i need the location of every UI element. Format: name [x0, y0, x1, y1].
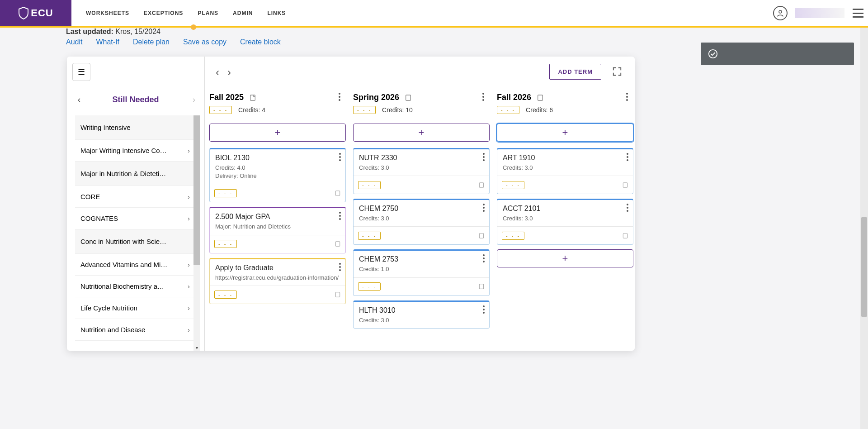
action-whatif[interactable]: What-If	[96, 38, 119, 46]
note-icon[interactable]	[537, 94, 544, 101]
nav-exceptions[interactable]: EXCEPTIONS	[137, 10, 190, 16]
course-card[interactable]: ART 1910 Credits: 3.0 - - -	[497, 148, 633, 194]
brand-logo[interactable]: ECU	[0, 0, 71, 26]
note-icon[interactable]	[335, 291, 341, 298]
svg-rect-8	[479, 234, 483, 238]
note-icon[interactable]	[335, 190, 341, 196]
card-title: ART 1910	[503, 154, 627, 162]
note-icon[interactable]	[478, 182, 485, 188]
course-card[interactable]: CHEM 2750 Credits: 3.0 - - -	[353, 199, 490, 245]
note-icon[interactable]	[249, 94, 256, 101]
course-card[interactable]: ACCT 2101 Credits: 3.0 - - -	[497, 199, 633, 245]
card-menu[interactable]	[339, 263, 341, 271]
topbar: ECU WORKSHEETS EXCEPTIONS PLANS ADMIN LI…	[0, 0, 868, 26]
nav-worksheets[interactable]: WORKSHEETS	[79, 10, 137, 16]
card-menu[interactable]	[483, 254, 485, 262]
sn-scrollbar[interactable]: ▾	[193, 115, 200, 351]
card-menu[interactable]	[339, 153, 341, 161]
sidebar-collapse-button[interactable]: ☰	[72, 63, 90, 81]
nav-admin[interactable]: ADMIN	[226, 10, 260, 16]
card-menu[interactable]	[627, 153, 628, 161]
sn-item-core[interactable]: CORE›	[75, 186, 200, 208]
card-status-badge: - - -	[214, 240, 237, 248]
svg-rect-2	[250, 95, 255, 100]
still-needed-title: Still Needed	[112, 95, 159, 105]
card-title: CHEM 2750	[359, 205, 484, 213]
prev-term-icon[interactable]: ‹	[216, 66, 219, 79]
term-body: + BIOL 2130 Credits: 4.0 Delivery: Onlin…	[209, 124, 346, 304]
course-card[interactable]: NUTR 2330 Credits: 3.0 - - -	[353, 148, 490, 194]
toast-success	[701, 43, 854, 65]
add-course-button[interactable]: +	[497, 249, 633, 267]
menu-icon[interactable]	[852, 7, 864, 19]
note-icon[interactable]	[478, 233, 485, 239]
card-menu[interactable]	[339, 212, 341, 220]
sn-item-lifecycle[interactable]: Life Cycle Nutrition›	[75, 297, 200, 319]
sn-scroll-thumb[interactable]	[193, 115, 200, 265]
sn-item-disease[interactable]: Nutrition and Disease›	[75, 319, 200, 341]
task-card[interactable]: Apply to Graduate https://registrar.ecu.…	[209, 258, 346, 304]
card-menu[interactable]	[483, 305, 485, 314]
note-icon[interactable]	[622, 182, 628, 188]
sn-group-writing[interactable]: Writing Intensive	[75, 115, 200, 140]
sn-item-adv-vitamins[interactable]: Advanced Vitamins and Mi…›	[75, 254, 200, 276]
last-updated-label: Last updated:	[66, 28, 113, 35]
gpa-card[interactable]: 2.500 Major GPA Major: Nutrition and Die…	[209, 207, 346, 253]
term-menu[interactable]	[339, 93, 340, 101]
sn-group-conc[interactable]: Conc in Nutrition with Scie…	[75, 229, 200, 254]
note-icon[interactable]	[405, 94, 412, 101]
scroll-thumb[interactable]	[861, 217, 867, 317]
add-course-button[interactable]: +	[209, 124, 346, 142]
nav-links[interactable]: LINKS	[260, 10, 293, 16]
note-icon[interactable]	[622, 233, 628, 239]
svg-rect-12	[623, 234, 627, 238]
card-menu[interactable]	[627, 204, 628, 212]
add-course-button[interactable]: +	[497, 124, 633, 142]
sn-item-cognates[interactable]: COGNATES›	[75, 208, 200, 229]
card-delivery: Delivery: Online	[215, 172, 340, 180]
sn-prev-icon[interactable]: ‹	[78, 95, 80, 105]
action-delete[interactable]: Delete plan	[133, 38, 170, 46]
term-header: Spring 2026 - - - Credits: 10	[353, 88, 490, 120]
next-term-icon[interactable]: ›	[227, 66, 231, 79]
course-card[interactable]: BIOL 2130 Credits: 4.0 Delivery: Online …	[209, 148, 346, 202]
sn-item-biochemistry[interactable]: Nutritional Biochemistry a…›	[75, 276, 200, 297]
card-sub: Major: Nutrition and Dietetics	[215, 223, 340, 231]
term-body: + NUTR 2330 Credits: 3.0 - - - CH	[353, 124, 490, 329]
user-avatar[interactable]	[773, 6, 788, 20]
card-credits: Credits: 1.0	[359, 265, 484, 273]
sn-item-major-writing[interactable]: Major Writing Intensive Co…›	[75, 140, 200, 162]
action-save[interactable]: Save as copy	[183, 38, 226, 46]
card-credits: Credits: 3.0	[359, 316, 484, 324]
page-scrollbar[interactable]: ▴	[860, 0, 868, 429]
term-arrows: ‹ ›	[216, 66, 231, 79]
card-status-badge: - - -	[358, 181, 381, 189]
card-title: NUTR 2330	[359, 154, 484, 162]
term-menu[interactable]	[626, 93, 628, 101]
note-icon[interactable]	[335, 241, 341, 247]
card-status-badge: - - -	[358, 232, 381, 240]
sn-scroll-down-icon[interactable]: ▾	[193, 344, 200, 351]
sn-group-major-nutrition[interactable]: Major in Nutrition & Dieteti…	[75, 162, 200, 186]
svg-point-0	[779, 10, 782, 13]
note-icon[interactable]	[478, 283, 485, 290]
chevron-right-icon: ›	[188, 304, 190, 312]
expand-icon[interactable]	[612, 67, 622, 76]
card-title: BIOL 2130	[215, 154, 340, 162]
card-credits: Credits: 4.0	[215, 164, 340, 172]
add-course-button[interactable]: +	[353, 124, 490, 142]
sn-next-icon[interactable]: ›	[193, 95, 195, 105]
nav: WORKSHEETS EXCEPTIONS PLANS ADMIN LINKS	[79, 10, 293, 16]
last-updated-value: Kros, 15/2024	[115, 28, 160, 35]
term-menu[interactable]	[482, 93, 484, 101]
nav-plans[interactable]: PLANS	[190, 10, 226, 16]
course-card[interactable]: CHEM 2753 Credits: 1.0 - - -	[353, 249, 490, 296]
add-term-button[interactable]: ADD TERM	[549, 64, 601, 80]
card-menu[interactable]	[483, 204, 485, 212]
course-card[interactable]: HLTH 3010 Credits: 3.0	[353, 300, 490, 329]
card-menu[interactable]	[483, 153, 485, 161]
action-audit[interactable]: Audit	[66, 38, 82, 46]
action-create[interactable]: Create block	[240, 38, 281, 46]
card-title: 2.500 Major GPA	[215, 213, 340, 221]
card-title: ACCT 2101	[503, 205, 627, 213]
